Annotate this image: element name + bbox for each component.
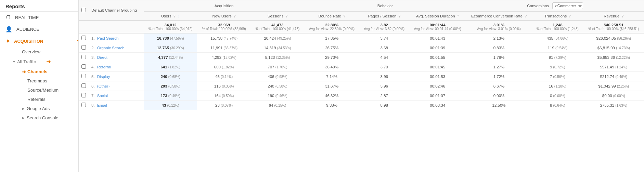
row-channel-link-2[interactable]: Direct [97,55,107,59]
col-pages-session[interactable]: Pages / Session ? [359,12,409,21]
pages-session-help-icon[interactable]: ? [399,14,401,18]
row-channel-link-1[interactable]: Organic Search [97,46,125,50]
sidebar-treemaps[interactable]: Treemaps [7,76,78,85]
row-revenue-pct-2: (12.22%) [616,56,630,59]
row-channel-link-4[interactable]: Display [97,75,110,79]
sidebar-search-console[interactable]: ▶ Search Console [7,113,78,122]
users-sort-icon[interactable]: ↓ [178,14,180,18]
col-pages-session-label: Pages / Session [368,14,396,18]
totals-new-users-value: 32,969 [218,23,230,27]
col-sessions[interactable]: Sessions ? [251,12,304,21]
row-checkbox-cell[interactable] [79,81,89,91]
row-channel-link-6[interactable]: Social [97,94,108,98]
new-users-help-icon[interactable]: ? [234,14,236,18]
revenue-help-icon[interactable]: ? [622,14,624,18]
row-bounce-rate-7: 9.38% [304,101,359,110]
row-checkbox-cell[interactable] [79,43,89,53]
row-checkbox-6[interactable] [81,93,86,97]
bounce-rate-help-icon[interactable]: ? [343,14,345,18]
row-users-val-0: 16,730 [157,36,169,40]
sidebar-all-traffic-label: All Traffic [17,59,36,64]
table-wrapper[interactable]: Default Channel Grouping Acquisition Beh… [79,0,644,172]
sidebar-channels[interactable]: Channels ➜ [7,67,78,76]
row-transactions-pct-5: (1.28%) [554,84,566,88]
sidebar-sub-overview[interactable]: Overview [7,47,78,56]
row-checkbox-cell[interactable] [79,101,89,110]
row-revenue-1: $6,815.09 (14.73%) [583,43,644,53]
sidebar-item-acquisition[interactable]: ✦ ACQUISITION ➜ [0,35,78,47]
row-sessions-pct-2: (12.35%) [276,56,290,59]
col-users-label: Users [161,14,171,18]
col-users[interactable]: Users ? ↓ [144,12,197,21]
behavior-label: Behavior [377,4,393,8]
header-channel: Default Channel Grouping [89,0,144,21]
row-checkbox-5[interactable] [81,83,86,88]
row-users-val-6: 173 [160,94,167,98]
row-channel-link-3[interactable]: Referral [97,65,111,69]
totals-ecommerce-rate-sub: Avg for View: 3.01% (0.00%) [469,27,529,31]
col-new-users[interactable]: New Users ? [197,12,250,21]
row-checkbox-cell[interactable] [79,62,89,72]
row-num-5: 6. [91,84,96,88]
row-revenue-4: $212.74 (0.46%) [583,72,644,81]
row-pages-session-7: 8.98 [359,101,409,110]
row-new-users-7: 23 (0.07%) [197,101,250,110]
col-revenue[interactable]: Revenue ? [583,12,644,21]
ecommerce-rate-help-icon[interactable]: ? [525,14,527,18]
row-checkbox-0[interactable] [81,36,86,40]
row-avg-session-5: 00:02:46 [409,81,466,91]
totals-avg-session: 00:01:44 Avg for View: 00:01:44 (0.00%) [409,21,466,33]
row-checkbox-4[interactable] [81,74,86,78]
row-users-val-3: 641 [160,65,167,69]
row-channel-link-7[interactable]: Email [97,103,107,107]
sidebar-item-realtime[interactable]: ⏱ REAL-TIME [0,12,78,23]
row-transactions-7: 8 (0.64%) [532,101,583,110]
sessions-help-icon[interactable]: ? [286,14,288,18]
col-avg-session[interactable]: Avg. Session Duration ? [409,12,466,21]
totals-transactions-value: 1,248 [553,23,563,27]
row-channel-link-5[interactable]: (Other) [97,84,110,88]
sidebar-referrals[interactable]: Referrals [7,95,78,104]
row-sessions-pct-4: (0.98%) [275,75,287,79]
totals-new-users: 32,969 % of Total: 100.00% (32,969) [197,21,250,33]
row-checkbox-cell[interactable] [79,53,89,62]
users-help-icon[interactable]: ? [173,14,176,18]
table-row: 6. (Other) 203 (0.58%) 116 (0.35%) 240 (… [79,81,644,91]
header-checkbox[interactable] [79,0,89,21]
col-bounce-rate[interactable]: Bounce Rate ? [304,12,359,21]
sidebar-channels-label: Channels [27,69,48,74]
row-revenue-7: $755.31 (1.63%) [583,101,644,110]
col-ecommerce-rate[interactable]: Ecommerce Conversion Rate ? [466,12,532,21]
audience-icon: 👤 [5,26,12,32]
acquisition-label: Acquisition [215,4,234,8]
row-users-pct-0: (47.56%) [170,37,184,40]
row-checkbox-cell[interactable] [79,72,89,81]
select-all-checkbox[interactable] [81,8,86,12]
sidebar-source-medium[interactable]: Source/Medium [7,85,78,95]
row-checkbox-1[interactable] [81,45,86,50]
avg-session-help-icon[interactable]: ? [457,14,459,18]
row-revenue-pct-1: (14.73%) [616,46,630,50]
totals-sessions: 41,473 % of Total: 100.00% (41,473) [251,21,304,33]
row-revenue-pct-3: (1.24%) [615,65,627,69]
row-checkbox-cell[interactable] [79,33,89,43]
col-transactions[interactable]: Transactions ? [532,12,583,21]
row-checkbox-3[interactable] [81,64,86,69]
row-bounce-rate-6: 46.32% [304,91,359,101]
sidebar-all-traffic[interactable]: ▼ All Traffic ➜ [7,56,78,67]
totals-checkbox-cell [79,21,89,33]
sidebar-google-ads[interactable]: ▶ Google Ads [7,104,78,113]
col-new-users-label: New Users [212,14,232,18]
transactions-help-icon[interactable]: ? [569,14,571,18]
row-checkbox-cell[interactable] [79,91,89,101]
row-channel-link-0[interactable]: Paid Search [97,36,119,40]
row-checkbox-7[interactable] [81,103,86,107]
sidebar-item-audience[interactable]: 👤 AUDIENCE [0,23,78,35]
row-users-val-5: 203 [160,84,167,88]
totals-pages-session: 3.82 Avg for View: 3.82 (0.00%) [359,21,409,33]
row-checkbox-2[interactable] [81,55,86,59]
row-num-1: 2. [91,46,96,50]
conversions-select[interactable]: eCommerce [552,2,583,9]
row-new-users-4: 45 (0.14%) [197,72,250,81]
all-traffic-arrow: ➜ [46,58,51,65]
